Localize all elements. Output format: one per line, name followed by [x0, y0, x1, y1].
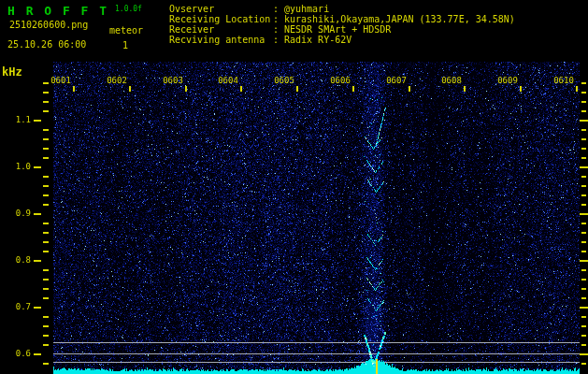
freq-minor-tick — [43, 204, 49, 206]
meteor-counter-label: meteor — [109, 26, 143, 36]
freq-minor-tick — [581, 223, 586, 224]
freq-major-tick — [580, 120, 588, 122]
time-tick — [129, 86, 131, 92]
freq-major-tick — [580, 166, 588, 168]
freq-minor-tick — [43, 157, 49, 159]
freq-minor-tick — [581, 194, 586, 196]
freq-major-tick — [34, 353, 41, 355]
time-tick — [296, 86, 298, 92]
freq-minor-tick — [43, 185, 49, 187]
info-label: Recviving antenna — [169, 35, 265, 45]
observation-datetime: 25.10.26 06:00 — [7, 40, 86, 50]
time-tick-label: 0610 — [545, 77, 582, 85]
time-tick-label: 0602 — [98, 77, 136, 85]
freq-minor-tick — [581, 232, 586, 234]
freq-tick-label: 0.6 — [4, 350, 31, 358]
freq-minor-tick — [43, 288, 49, 290]
freq-minor-tick — [43, 92, 49, 94]
time-tick — [464, 86, 466, 92]
freq-minor-tick — [43, 363, 49, 365]
freq-minor-tick — [43, 316, 49, 318]
time-tick — [409, 86, 410, 92]
time-tick — [576, 86, 578, 92]
freq-minor-tick — [581, 110, 586, 112]
info-separator: : — [273, 35, 279, 45]
freq-minor-tick — [43, 176, 49, 178]
info-label: Ovserver — [169, 4, 214, 14]
meteor-counter-value: 1 — [122, 41, 128, 50]
freq-tick-label: 0.9 — [4, 209, 31, 218]
spectrogram-canvas — [0, 0, 588, 374]
freq-minor-tick — [43, 194, 49, 196]
info-label: Receiver — [169, 24, 214, 35]
freq-minor-tick — [581, 204, 586, 206]
freq-minor-tick — [43, 251, 49, 252]
freq-minor-tick — [581, 138, 586, 140]
freq-minor-tick — [43, 129, 49, 131]
freq-minor-tick — [43, 241, 49, 243]
time-tick — [520, 86, 522, 92]
freq-minor-tick — [581, 297, 586, 299]
freq-minor-tick — [581, 279, 586, 280]
time-tick-label: 0606 — [322, 77, 359, 85]
freq-minor-tick — [43, 269, 49, 271]
freq-major-tick — [34, 166, 41, 168]
time-tick-label: 0601 — [42, 77, 79, 85]
freq-tick-label: 1.1 — [4, 116, 31, 124]
freq-minor-tick — [43, 279, 49, 280]
time-tick-label: 0604 — [209, 77, 247, 85]
info-value: Radix RY-62V — [284, 35, 351, 45]
freq-minor-tick — [581, 363, 586, 365]
freq-minor-tick — [43, 297, 49, 299]
freq-tick-label: 0.7 — [4, 303, 31, 311]
freq-minor-tick — [581, 269, 586, 271]
freq-minor-tick — [581, 335, 586, 337]
freq-minor-tick — [43, 232, 49, 234]
time-tick — [240, 86, 242, 92]
freq-major-tick — [580, 353, 588, 355]
freq-minor-tick — [43, 101, 49, 103]
freq-tick-label: 1.0 — [4, 163, 31, 171]
hrofft-window: H R O F F T 1.0.0f 2510260600.png meteor… — [0, 0, 588, 374]
freq-tick-label: 0.8 — [4, 256, 31, 265]
time-tick — [73, 86, 75, 92]
info-value: kurashiki,Okayama,JAPAN (133.77E, 34.58N… — [284, 14, 515, 24]
info-value: NESDR SMArt + HDSDR — [284, 24, 391, 35]
info-separator: : — [273, 24, 279, 35]
time-tick-label: 0609 — [489, 77, 526, 85]
freq-minor-tick — [43, 148, 49, 150]
freq-major-tick — [34, 307, 41, 309]
freq-major-tick — [580, 213, 588, 215]
time-tick — [185, 86, 187, 92]
freq-minor-tick — [43, 223, 49, 224]
freq-major-tick — [34, 260, 41, 262]
app-title: H R O F F T — [7, 5, 108, 17]
time-tick-label: 0605 — [265, 77, 303, 85]
time-tick-label: 0607 — [378, 77, 415, 85]
time-tick-label: 0608 — [433, 77, 470, 85]
info-value: @yuhmari — [284, 4, 329, 14]
freq-minor-tick — [581, 185, 586, 187]
freq-minor-tick — [581, 157, 586, 159]
time-tick-label: 0603 — [154, 77, 192, 85]
freq-axis-unit-label: kHz — [2, 66, 22, 78]
output-filename: 2510260600.png — [9, 21, 88, 30]
freq-minor-tick — [43, 325, 49, 327]
freq-minor-tick — [581, 176, 586, 178]
freq-minor-tick — [581, 316, 586, 318]
freq-major-tick — [34, 213, 41, 215]
freq-minor-tick — [581, 129, 586, 131]
freq-minor-tick — [581, 101, 586, 103]
freq-minor-tick — [581, 92, 586, 94]
freq-minor-tick — [581, 241, 586, 243]
app-version: 1.0.0f — [115, 6, 142, 13]
info-label: Receiving Location — [169, 14, 270, 24]
freq-minor-tick — [581, 344, 586, 346]
freq-major-tick — [580, 307, 588, 309]
freq-minor-tick — [43, 335, 49, 337]
freq-major-tick — [580, 260, 588, 262]
freq-minor-tick — [581, 251, 586, 252]
freq-minor-tick — [43, 110, 49, 112]
freq-minor-tick — [581, 325, 586, 327]
freq-minor-tick — [581, 288, 586, 290]
